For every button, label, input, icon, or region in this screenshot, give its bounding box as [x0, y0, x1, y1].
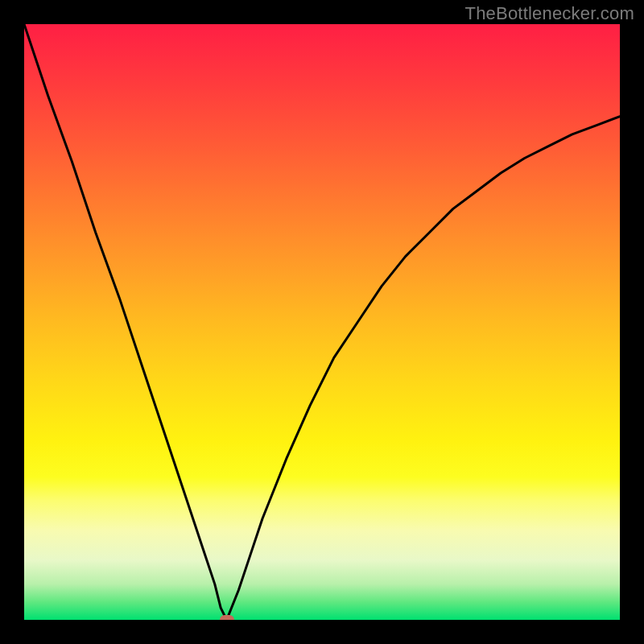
chart-plot-area [24, 24, 620, 620]
bottleneck-curve [24, 24, 620, 620]
optimum-marker [220, 615, 234, 620]
watermark-text: TheBottlenecker.com [465, 3, 634, 24]
